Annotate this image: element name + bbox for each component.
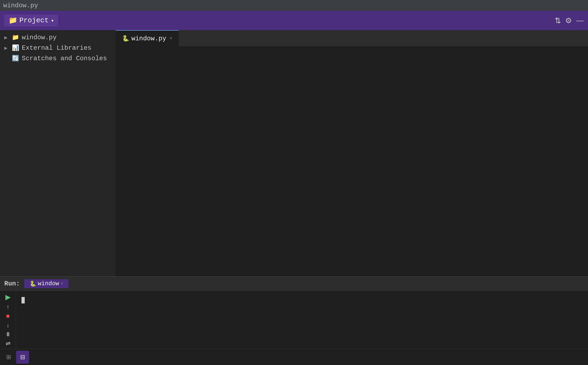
run-output [16, 291, 588, 349]
toolbar-icons: ⇅ ⚙ — [555, 16, 584, 25]
sort-icon[interactable]: ⇅ [555, 16, 561, 25]
project-selector[interactable]: 📁 Project ▾ [4, 15, 58, 26]
scratch-icon: 🔄 [12, 55, 19, 62]
run-tab-close-icon[interactable]: × [61, 281, 63, 286]
run-label: Run: [4, 280, 24, 287]
minimize-icon[interactable]: — [576, 16, 584, 25]
title-bar: window.py [0, 0, 588, 11]
pause-button[interactable]: ⏸ [2, 331, 14, 338]
python-run-icon: 🐍 [30, 280, 36, 287]
wrap-button[interactable]: ⇌ [2, 340, 14, 347]
settings-icon[interactable]: ⚙ [565, 16, 572, 25]
code-content[interactable] [137, 46, 588, 276]
scroll-down-button[interactable]: ↓ [2, 322, 14, 329]
run-content: ▶ ↑ ■ ↓ ⏸ ⇌ [0, 291, 588, 349]
tab-bar: 🐍 window.py × [116, 30, 588, 46]
tab-window-py[interactable]: 🐍 window.py × [116, 30, 179, 46]
status-bar-icons: ⊞ ⊟ [0, 349, 588, 365]
library-icon: 📊 [12, 44, 19, 52]
sidebar-item-scratches[interactable]: ▶ 🔄 Scratches and Consoles [0, 53, 116, 64]
arrow-icon: ▶ [4, 45, 9, 51]
chevron-down-icon: ▾ [51, 17, 54, 24]
python-file-icon: 🐍 [122, 35, 129, 42]
terminal-icon-button[interactable]: ⊟ [16, 351, 29, 364]
run-tab-window[interactable]: 🐍 window × [24, 279, 69, 288]
sidebar-item-external-libraries[interactable]: ▶ 📊 External Libraries [0, 43, 116, 53]
bottom-panel: Run: 🐍 window × ▶ ↑ ■ ↓ ⏸ ⇌ ⊞ ⊟ [0, 276, 588, 365]
sidebar-item-window-py[interactable]: ▶ 📁 window.py [0, 32, 116, 43]
sidebar: ▶ 📁 window.py ▶ 📊 External Libraries ▶ 🔄… [0, 30, 116, 276]
sidebar-item-label: External Libraries [22, 44, 91, 52]
stop-button[interactable]: ■ [2, 313, 14, 320]
tab-label: window.py [131, 35, 166, 42]
folder-icon: 📁 [9, 16, 17, 25]
run-tab-label: window [38, 280, 59, 287]
cursor-line [21, 295, 583, 305]
tab-close-icon[interactable]: × [170, 36, 173, 41]
run-tabs: Run: 🐍 window × [0, 277, 588, 291]
run-toolbar: ▶ ↑ ■ ↓ ⏸ ⇌ [0, 291, 16, 349]
main-area: ▶ 📁 window.py ▶ 📊 External Libraries ▶ 🔄… [0, 30, 588, 276]
editor-area: 🐍 window.py × [116, 30, 588, 276]
line-numbers [116, 46, 137, 276]
folder-icon: 📁 [12, 34, 19, 41]
scroll-up-button[interactable]: ↑ [2, 303, 14, 310]
toolbar: 📁 Project ▾ ⇅ ⚙ — [0, 11, 588, 30]
sidebar-item-label: Scratches and Consoles [22, 55, 107, 62]
code-editor [116, 46, 588, 276]
window-title: window.py [3, 2, 38, 9]
layout-icon-button[interactable]: ⊞ [2, 351, 15, 364]
run-button[interactable]: ▶ [2, 293, 14, 301]
arrow-icon: ▶ [4, 34, 9, 41]
project-label: Project [19, 16, 49, 24]
sidebar-item-label: window.py [22, 34, 57, 41]
